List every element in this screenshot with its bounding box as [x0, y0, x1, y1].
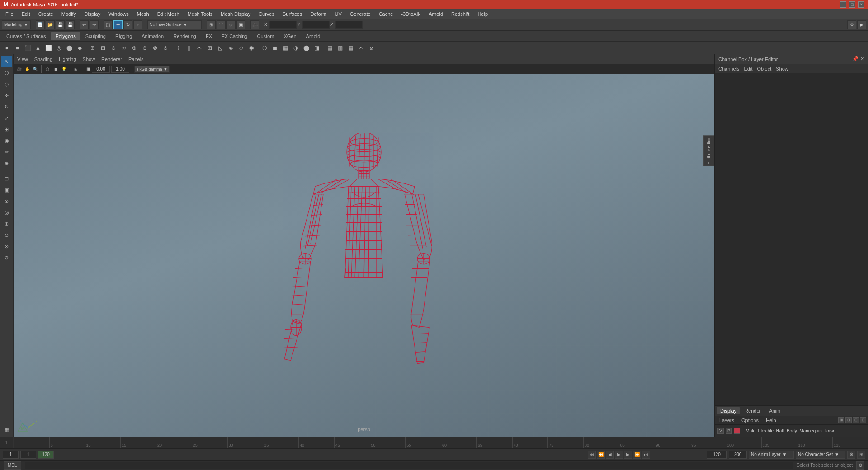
status-settings-btn[interactable]: ⚙	[856, 461, 864, 470]
torus-icon-btn[interactable]: ◎	[54, 43, 64, 53]
command-line[interactable]	[25, 462, 793, 469]
anim-tab[interactable]: Anim	[765, 407, 784, 414]
range-end-display[interactable]	[707, 451, 727, 459]
move-tool-btn[interactable]: ✛	[1, 90, 12, 101]
fill-icon-btn[interactable]: ⊙	[108, 43, 118, 53]
menu-deform[interactable]: Deform	[307, 10, 330, 18]
menu-redshift[interactable]: Redshift	[448, 10, 473, 18]
vp-wireframe-btn[interactable]: ⬡	[44, 66, 51, 73]
help-label[interactable]: Help	[763, 417, 779, 423]
show-menu[interactable]: Show	[83, 56, 95, 62]
cone-icon-btn[interactable]: ▲	[33, 43, 43, 53]
unwrap-btn[interactable]: ▥	[335, 43, 345, 53]
object-tab[interactable]: Object	[757, 66, 771, 71]
next-key-btn[interactable]: ⏩	[633, 451, 641, 459]
vp-val-b-input[interactable]	[111, 66, 129, 73]
next-frame-btn[interactable]: ▶	[624, 451, 632, 459]
wireframe-btn[interactable]: ⬡	[259, 43, 269, 53]
menu-surfaces[interactable]: Surfaces	[279, 10, 306, 18]
layer-icon-2[interactable]: ⊟	[845, 417, 852, 423]
tab-fx-caching[interactable]: FX Caching	[217, 32, 252, 40]
bridge-icon-btn[interactable]: ⊟	[98, 43, 108, 53]
gamma-dropdown[interactable]: sRGB gamma ▼	[134, 66, 170, 73]
snap-together-btn[interactable]: ⊟	[1, 173, 12, 184]
close-button[interactable]: ✕	[858, 1, 864, 8]
maximize-button[interactable]: □	[849, 1, 855, 8]
channel-box-close-icon[interactable]: ✕	[860, 56, 864, 62]
sculpt-btn[interactable]: ✏	[1, 146, 12, 157]
menu-generate[interactable]: Generate	[346, 10, 374, 18]
smooth-shade-btn[interactable]: ◼	[270, 43, 280, 53]
render-tab[interactable]: Render	[741, 407, 764, 414]
soft-mod-btn[interactable]: ◉	[1, 135, 12, 146]
uv-editor-btn[interactable]: ▤	[325, 43, 335, 53]
layer-playback-btn[interactable]: P	[726, 428, 732, 434]
snap-point-button[interactable]: ◇	[226, 20, 236, 29]
sphere-icon-btn[interactable]: ●	[2, 43, 12, 53]
new-file-button[interactable]: 📄	[36, 20, 45, 29]
menu-edit-mesh[interactable]: Edit Mesh	[154, 10, 183, 18]
lasso-select-btn[interactable]: ◌	[1, 79, 12, 89]
show-tab[interactable]: Show	[776, 66, 788, 71]
menu-arnold[interactable]: Arnold	[425, 10, 447, 18]
camera-button[interactable]: 🎥	[250, 20, 259, 29]
timeline[interactable]: 1 51015202530354045505560657075808590951…	[0, 437, 868, 448]
view-menu[interactable]: View	[17, 56, 28, 62]
poke-btn[interactable]: ◈	[226, 43, 236, 53]
cylinder-icon-btn[interactable]: ⬛	[23, 43, 33, 53]
paint-select-btn[interactable]: ⬡	[1, 67, 12, 78]
display-tab[interactable]: Display	[717, 407, 740, 414]
shrink-select-btn[interactable]: ⊖	[1, 230, 12, 240]
vp-light-btn[interactable]: 💡	[60, 66, 67, 73]
prev-frame-btn[interactable]: ◀	[606, 451, 614, 459]
layer-icon-1[interactable]: ⊞	[838, 417, 844, 423]
menu-uv[interactable]: UV	[331, 10, 345, 18]
vp-shade-btn[interactable]: ◼	[52, 66, 59, 73]
redo-button[interactable]: ↪	[90, 20, 99, 29]
tab-rendering[interactable]: Rendering	[169, 32, 201, 40]
sew-uv-btn[interactable]: ⌀	[366, 43, 376, 53]
combine-icon-btn[interactable]: ⊕	[129, 43, 139, 53]
current-frame-input[interactable]	[20, 451, 36, 459]
wedge-btn[interactable]: ◺	[215, 43, 225, 53]
connect-btn[interactable]: ⊞	[205, 43, 215, 53]
scale-button[interactable]: ⤢	[133, 20, 142, 29]
mel-script-btn[interactable]: MEL	[4, 461, 21, 470]
layer-row-mannequin[interactable]: V P ...Male_Flexible_Half_Body_Mannequin…	[716, 426, 867, 436]
rotate-button[interactable]: ↻	[123, 20, 132, 29]
range-start-input[interactable]	[3, 451, 19, 459]
extrude-icon-btn[interactable]: ⊞	[88, 43, 98, 53]
vp-camera-btn[interactable]: 🎥	[15, 66, 23, 73]
tab-polygons[interactable]: Polygons	[51, 32, 80, 40]
menu-mesh-display[interactable]: Mesh Display	[217, 10, 254, 18]
plane-icon-btn[interactable]: ⬜	[43, 43, 53, 53]
timeline-ruler[interactable]: 5101520253035404550556065707580859095100…	[14, 437, 868, 448]
menu-help[interactable]: Help	[474, 10, 491, 18]
playback-speed[interactable]	[729, 451, 747, 459]
tab-sculpting[interactable]: Sculpting	[81, 32, 110, 40]
play-btn[interactable]: ▶	[615, 451, 623, 459]
channel-box-pin-icon[interactable]: 📌	[852, 56, 859, 62]
layer-visibility-btn[interactable]: V	[717, 428, 724, 434]
prev-key-btn[interactable]: ⏪	[597, 451, 605, 459]
viewport-3d[interactable]: persp Y X M	[14, 74, 714, 437]
show-manip-btn[interactable]: ⊕	[1, 158, 12, 169]
menu-edit[interactable]: Edit	[18, 10, 34, 18]
transform-tool-btn[interactable]: ⊞	[1, 124, 12, 135]
undo-button[interactable]: ↩	[80, 20, 89, 29]
offset-edge-btn[interactable]: ‖	[184, 43, 194, 53]
mirror-icon-btn[interactable]: ⊘	[160, 43, 170, 53]
smooth-icon-btn[interactable]: ≋	[119, 43, 129, 53]
select-tool-btn[interactable]: ↖	[1, 56, 12, 67]
texture-btn[interactable]: ▦	[280, 43, 290, 53]
separate-icon-btn[interactable]: ⊖	[140, 43, 150, 53]
renderer-menu[interactable]: Renderer	[101, 56, 122, 62]
end-frame-input[interactable]	[38, 451, 54, 459]
char-set-extra-btn[interactable]: ⊞	[857, 451, 865, 459]
jump-start-btn[interactable]: ⏮	[588, 451, 596, 459]
collapse-btn[interactable]: ◉	[246, 43, 256, 53]
select-button[interactable]: ⬚	[104, 20, 113, 29]
layers-label[interactable]: Layers	[717, 417, 737, 423]
tab-fx[interactable]: FX	[201, 32, 217, 40]
menu-mesh-tools[interactable]: Mesh Tools	[184, 10, 216, 18]
